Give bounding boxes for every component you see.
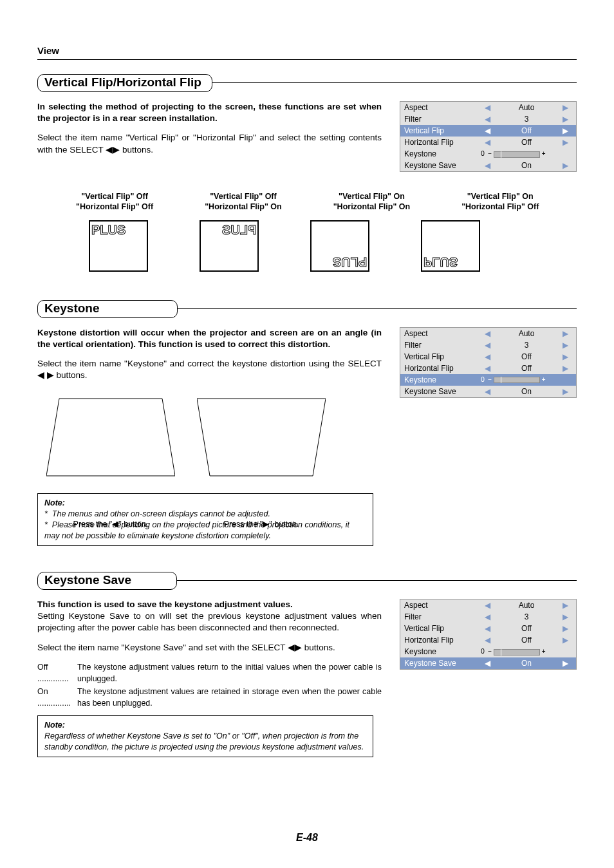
keystone-diagram-right: Press the "▶" button. [197, 395, 326, 479]
ex3-l1: "Vertical Flip" On [467, 192, 534, 201]
save-note-text: Regardless of whether Keystone Save is s… [44, 731, 364, 751]
keystone-diagram-left: Press the "◀" button. [46, 395, 175, 479]
save-on-label: On ............... [37, 686, 77, 709]
save-off-label: Off .............. [37, 661, 77, 684]
section-title-keystone: Keystone [37, 300, 178, 318]
ex3-l2: "Horizontal Flip" Off [461, 202, 539, 211]
page-number: E-48 [0, 832, 614, 844]
ex1-l2: "Horizontal Flip" On [205, 202, 281, 211]
save-note: Note: Regardless of whether Keystone Sav… [37, 715, 373, 757]
ex2-l2: "Horizontal Flip" On [333, 202, 410, 211]
ex1-l1: "Vertical Flip" Off [210, 192, 277, 201]
save-intro-bold: This function is used to save the keysto… [37, 599, 382, 610]
svg-marker-0 [46, 399, 175, 476]
ex0-l2: "Horizontal Flip" Off [76, 202, 153, 211]
keystone-intro-bold: Keystone distortion will occur when the … [37, 327, 382, 350]
osd-menu-save: Aspect◀Auto▶ Filter◀3▶ Vertical Flip◀Off… [400, 599, 577, 670]
flip-intro-body: Select the item name "Vertical Flip" or … [37, 132, 382, 155]
title-rule [37, 59, 577, 60]
svg-marker-1 [197, 399, 326, 476]
osd-menu-keystone: Aspect◀Auto▶ Filter◀3▶ Vertical Flip◀Off… [400, 327, 577, 398]
section-title-flip: Vertical Flip/Horizontal Flip [37, 74, 212, 92]
save-on-text: The keystone adjustment values are retai… [77, 686, 382, 709]
ex2-logo: PLUS [333, 254, 367, 269]
press-left-label: Press the "◀" button. [73, 519, 149, 530]
flip-examples: "Vertical Flip" Off"Horizontal Flip" Off… [37, 191, 577, 216]
section-title-save: Keystone Save [37, 572, 177, 590]
section-heading-flip: Vertical Flip/Horizontal Flip [37, 74, 577, 92]
press-right-label: Press the "▶" button. [224, 519, 299, 530]
section-heading-keystone: Keystone [37, 300, 577, 318]
ex3-logo: PLUS [423, 254, 458, 269]
save-select-text: Select the item name "Keystone Save" and… [37, 642, 382, 654]
ex0-logo: PLUS [91, 223, 126, 238]
ex0-l1: "Vertical Flip" Off [81, 192, 148, 201]
page-title: View [37, 45, 577, 56]
flip-intro-bold: In selecting the method of projecting to… [37, 101, 382, 124]
ex1-logo: PLUS [222, 223, 256, 238]
osd-menu-flip: Aspect◀Auto▶ Filter◀3▶ Vertical Flip◀Off… [400, 101, 577, 172]
section-heading-save: Keystone Save [37, 572, 577, 590]
ex2-l1: "Vertical Flip" On [339, 192, 405, 201]
save-intro-body: Setting Keystone Save to on will set the… [37, 610, 382, 634]
save-off-text: The keystone adjustment values return to… [77, 661, 382, 684]
keystone-intro-body: Select the item name "Keystone" and corr… [37, 358, 382, 381]
